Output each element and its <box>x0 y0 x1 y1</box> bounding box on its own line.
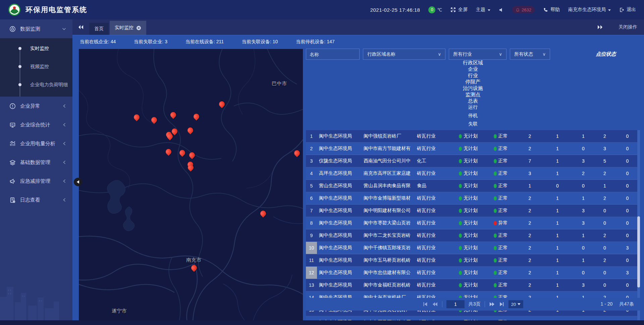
sidebar-section-5[interactable]: 应急减排管理 <box>0 172 72 191</box>
sidebar-section-0[interactable]: 数据监测 <box>0 19 72 38</box>
stop-plan-text: 无计划 <box>464 195 478 201</box>
sidebar-section-1[interactable]: 企业异常 <box>0 97 72 115</box>
cell-company: 阆中市五马桥页岩机砖 <box>362 254 415 266</box>
sidebar-submenu: 实时监控视频监控企业电力负荷明细 <box>0 38 72 97</box>
page-size-select[interactable]: 20 <box>508 300 523 308</box>
close-operations-button[interactable]: 关闭操作 <box>619 24 637 30</box>
cell-monitor-points: 2 <box>517 143 543 155</box>
table-row-2[interactable]: 2阆中生态环境局阆中市南方节能建材有砖瓦行业无计划正常21030 <box>306 143 640 155</box>
sidebar-section-3[interactable]: 企业用电量分析 <box>0 134 72 153</box>
table-row-13[interactable]: 13阆中生态环境局阆中市金福旺页岩机砖砖瓦行业无计划正常21300 <box>306 279 640 291</box>
table-row-7[interactable]: 7阆中生态环境局阆中明阳建材有限公司砖瓦行业无计划正常21300 <box>306 205 640 217</box>
status-dot-green <box>459 134 462 139</box>
cell-stopped: 0 <box>595 242 615 254</box>
board-icon <box>9 122 16 128</box>
cell-index: 13 <box>306 279 317 291</box>
scrollbar-thumb[interactable] <box>637 216 640 287</box>
sound-button[interactable] <box>499 7 504 12</box>
cell-monitor-points: 2 <box>517 229 543 241</box>
table-row-11[interactable]: 11阆中生态环境局阆中市五马桥页岩机砖砖瓦行业无计划正常21120 <box>306 254 640 267</box>
table-row-3[interactable]: 3仪陇生态环境局西南油气田分公司川中化工无计划正常71350 <box>306 155 640 167</box>
cell-running: 3 <box>572 279 595 291</box>
status-dot-green <box>494 233 497 238</box>
cell-monitor-points: 2 <box>517 192 543 204</box>
scroll-tabs-left-button[interactable] <box>78 24 84 30</box>
cell-stop-plan: 无计划 <box>452 229 485 241</box>
sidebar-section-4[interactable]: 基础数据管理 <box>0 153 72 172</box>
table-row-4[interactable]: 4高坪生态环境局南充市高坪区王家店建砖瓦行业无计划正常31220 <box>306 167 640 180</box>
chevron-down-icon <box>62 27 66 31</box>
cell-region: 阆中生态环境局 <box>317 205 362 217</box>
chevron-down-icon <box>518 303 521 305</box>
cell-index: 3 <box>306 155 317 167</box>
tab-0[interactable]: 首页 <box>89 23 109 35</box>
next-page-button[interactable] <box>489 302 495 307</box>
help-button[interactable]: 帮助 <box>543 7 560 13</box>
table-scrollbar[interactable] <box>637 130 640 325</box>
table-row-6[interactable]: 6阆中生态环境局阆中市金博瑞新型墙材砖瓦行业无计划正常21120 <box>306 192 640 205</box>
chevron-left-icon <box>62 104 66 108</box>
cell-region: 阆中生态环境局 <box>317 217 362 229</box>
status-select[interactable]: 所有状态 ∨ <box>510 49 550 60</box>
last-page-button[interactable] <box>499 302 504 307</box>
cell-region: 阆中生态环境局 <box>317 267 362 279</box>
sidebar-section-2[interactable]: 企业综合统计 <box>0 115 72 134</box>
column-header-6: 监测点 <box>306 92 640 98</box>
cell-running: 3 <box>572 205 595 217</box>
facility-status-text: 正常 <box>498 158 508 164</box>
sidebar-section-6[interactable]: 日志查看 <box>0 191 72 209</box>
cell-monitor-points: 2 <box>517 254 543 266</box>
divider <box>485 301 485 307</box>
facility-status-text: 正常 <box>498 282 508 288</box>
cell-disconnected: 0 <box>615 155 640 167</box>
sidebar-section-label: 企业异常 <box>20 103 40 109</box>
sidebar-subitem-0-2[interactable]: 企业电力负荷明细 <box>0 76 72 94</box>
tab-1[interactable]: 实时监控 <box>110 21 146 35</box>
table-row-8[interactable]: 8阆中生态环境局阆中市枣碧大梁山页岩砖瓦行业无计划异常21300 <box>306 217 640 229</box>
table-row-9[interactable]: 9阆中生态环境局阆中市二龙长宝页岩砖砖瓦行业无计划正常21120 <box>306 229 640 242</box>
status-dot-green <box>494 258 497 263</box>
name-search-input[interactable] <box>306 49 360 60</box>
cell-industry: 砖瓦行业 <box>415 167 452 179</box>
column-header-1: 行政区域 <box>306 60 640 66</box>
notification-badge[interactable]: 2632 <box>512 6 535 13</box>
map-panel[interactable]: 巴中市南充市遂宁市 <box>79 49 303 320</box>
sidebar-subitem-0-1[interactable]: 视频监控 <box>0 58 72 76</box>
cell-company: 营山县润丰肉食品有限 <box>362 180 415 192</box>
cell-facility-status: 正常 <box>485 242 517 254</box>
facility-status-text: 正常 <box>498 170 508 176</box>
status-dot-green <box>459 196 462 201</box>
cell-running: 1 <box>572 192 595 204</box>
status-dot-green <box>459 283 462 287</box>
fullscreen-button[interactable]: 全屏 <box>450 7 468 13</box>
page-number-input[interactable] <box>446 300 465 308</box>
cell-stop-plan: 无计划 <box>452 167 485 179</box>
sidebar-subitem-0-0[interactable]: 实时监控 <box>0 40 72 58</box>
theme-dropdown[interactable]: 主题 <box>476 7 490 13</box>
cell-industry: 化工 <box>415 155 452 167</box>
cell-industry: 砖瓦行业 <box>415 192 452 204</box>
region-select[interactable]: 行政区域名称 ∨ <box>363 49 445 60</box>
logout-button[interactable]: 退出 <box>619 7 636 13</box>
cell-stopped: 0 <box>595 267 615 279</box>
prev-page-button[interactable] <box>432 302 438 307</box>
cell-monitor-points: 2 <box>517 267 543 279</box>
table-row-12[interactable]: 12阆中生态环境局阆中市忠信建材有限公砖瓦行业无计划正常21003 <box>306 267 640 279</box>
cell-industry: 砖瓦行业 <box>415 242 452 254</box>
table-row-1[interactable]: 1阆中生态环境局阆中强锐页岩砖厂砖瓦行业无计划正常21120 <box>306 130 640 143</box>
cell-index: 11 <box>306 254 317 266</box>
tab-close-icon[interactable] <box>136 25 141 31</box>
cell-stopped: 1 <box>595 180 615 192</box>
cell-running: 3 <box>572 155 595 167</box>
org-dropdown[interactable]: 南充市生态环境局 <box>568 7 611 13</box>
sidebar-collapse-toggle[interactable] <box>74 178 82 186</box>
table-row-5[interactable]: 5营山生态环境局营山县润丰肉食品有限食品无计划正常10010 <box>306 180 640 192</box>
first-page-button[interactable] <box>423 302 428 307</box>
table-row-10[interactable]: 10阆中生态环境局阆中千佛镇五郎垭页岩砖瓦行业无计划正常21003 <box>306 242 640 254</box>
cell-facility-status: 正常 <box>485 229 517 241</box>
industry-select[interactable]: 所有行业 ∨ <box>449 49 506 60</box>
cell-region: 营山生态环境局 <box>317 180 362 192</box>
stop-plan-text: 无计划 <box>464 220 478 226</box>
speaker-icon <box>499 7 504 12</box>
scroll-tabs-right-button[interactable] <box>597 24 603 30</box>
